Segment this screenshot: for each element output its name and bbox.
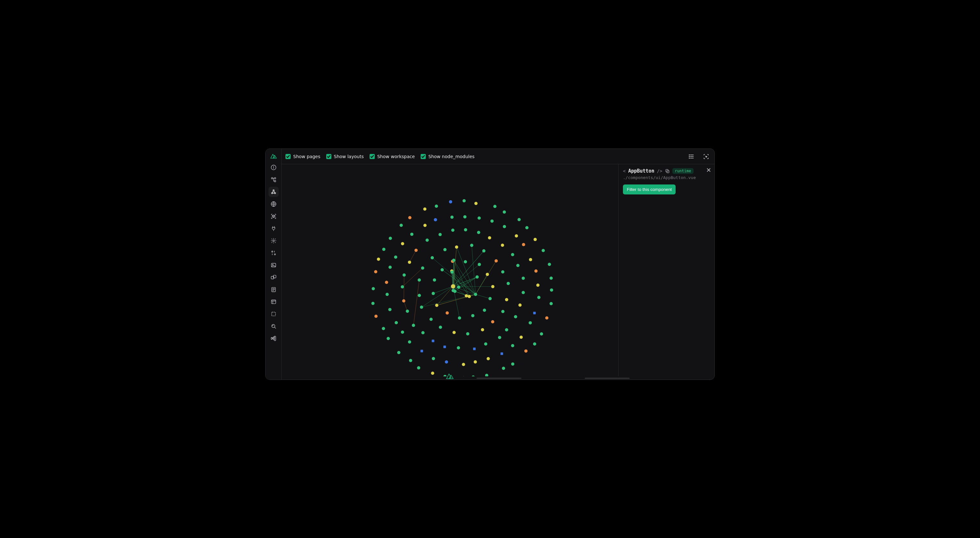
graph-node[interactable] — [528, 321, 532, 324]
graph-node[interactable] — [477, 231, 480, 234]
graph-node[interactable] — [540, 332, 543, 335]
image-icon[interactable] — [269, 260, 279, 270]
graph-node[interactable] — [503, 225, 506, 228]
graph-node[interactable] — [446, 311, 449, 314]
graph-node[interactable] — [478, 263, 481, 266]
graph-node[interactable] — [431, 292, 435, 295]
graph-node[interactable] — [476, 275, 479, 279]
graph-node[interactable] — [433, 278, 436, 281]
graph-node[interactable] — [417, 366, 420, 370]
graph-node-selected[interactable] — [451, 284, 455, 289]
symlink-icon[interactable] — [269, 272, 279, 283]
graph-node[interactable] — [431, 372, 434, 375]
graph-node[interactable] — [493, 205, 496, 208]
graph-node[interactable] — [450, 216, 454, 219]
graph-node[interactable] — [481, 328, 484, 331]
graph-node[interactable] — [533, 342, 536, 345]
graph-node[interactable] — [505, 328, 508, 331]
graph-node[interactable] — [409, 359, 412, 362]
vscode-icon[interactable] — [269, 333, 279, 343]
graph-node[interactable] — [385, 281, 388, 284]
graph-node[interactable] — [457, 286, 460, 289]
graph-icon[interactable] — [269, 187, 279, 197]
performance-icon[interactable] — [269, 199, 279, 209]
graph-node[interactable] — [468, 295, 471, 298]
graph-node[interactable] — [511, 253, 514, 256]
graph-node[interactable] — [444, 248, 447, 251]
graph-node[interactable] — [502, 367, 505, 370]
show-node-modules-checkbox[interactable]: Show node_modules — [421, 154, 474, 159]
graph-node[interactable] — [464, 228, 467, 231]
show-layouts-checkbox[interactable]: Show layouts — [326, 154, 364, 159]
list-icon[interactable] — [687, 152, 696, 161]
graph-node[interactable] — [388, 308, 391, 311]
graph-node[interactable] — [401, 285, 404, 288]
graph-node[interactable] — [371, 302, 374, 305]
graph-node[interactable] — [470, 244, 473, 247]
info-icon[interactable] — [269, 162, 279, 172]
graph-node[interactable] — [511, 362, 514, 366]
graph-node[interactable] — [522, 291, 525, 294]
graph-node[interactable] — [431, 256, 434, 259]
zoom-icon[interactable] — [269, 321, 279, 331]
graph-node[interactable] — [382, 248, 385, 251]
graph-node[interactable] — [408, 340, 411, 343]
graph-node[interactable] — [549, 302, 553, 305]
graph-node[interactable] — [372, 287, 375, 290]
cube-scan-icon[interactable] — [269, 211, 279, 222]
graph-node[interactable] — [435, 204, 438, 208]
graph-node[interactable] — [516, 264, 520, 267]
graph-node[interactable] — [545, 316, 549, 319]
graph-node[interactable] — [514, 315, 517, 318]
graph-node[interactable] — [410, 233, 414, 236]
graph-node[interactable] — [374, 314, 378, 318]
graph-node[interactable] — [435, 304, 438, 307]
graph-node[interactable] — [511, 344, 514, 347]
graph-node[interactable] — [395, 321, 398, 324]
graph-node[interactable] — [406, 310, 409, 313]
graph-node[interactable] — [484, 342, 487, 345]
graph-node[interactable] — [388, 265, 392, 269]
filter-to-component-button[interactable]: Filter to this component — [623, 185, 676, 195]
graph-node[interactable] — [462, 199, 466, 203]
graph-node[interactable] — [382, 327, 385, 330]
graph-node[interactable] — [465, 294, 468, 297]
graph-node[interactable] — [455, 246, 458, 249]
graph-node[interactable] — [423, 224, 427, 227]
graph-node[interactable] — [518, 303, 522, 307]
graph-node[interactable] — [486, 273, 489, 276]
graph-node[interactable] — [421, 267, 424, 270]
graph-node[interactable] — [432, 357, 435, 360]
gear-icon[interactable] — [269, 236, 279, 246]
graph-node[interactable] — [421, 350, 423, 352]
copy-icon[interactable] — [665, 169, 670, 174]
graph-node[interactable] — [389, 237, 392, 240]
graph-node[interactable] — [401, 242, 404, 245]
graph-node[interactable] — [412, 324, 415, 327]
graph-node[interactable] — [394, 255, 397, 259]
select-scan-icon[interactable] — [702, 152, 711, 161]
tree-icon[interactable] — [269, 174, 279, 185]
graph-node[interactable] — [501, 310, 504, 313]
graph-node[interactable] — [501, 270, 504, 273]
graph-node[interactable] — [439, 233, 442, 236]
graph-node[interactable] — [474, 360, 477, 364]
graph-node[interactable] — [491, 285, 495, 288]
graph-node[interactable] — [542, 249, 545, 252]
graph-node[interactable] — [457, 346, 460, 350]
graph-node[interactable] — [397, 351, 401, 354]
graph-node[interactable] — [377, 257, 380, 261]
graph-node[interactable] — [491, 320, 494, 323]
graph-node[interactable] — [452, 289, 455, 292]
graph-node[interactable] — [487, 357, 490, 360]
graph-node[interactable] — [488, 297, 492, 300]
graph-node[interactable] — [501, 244, 504, 247]
close-icon[interactable] — [706, 168, 711, 174]
graph-node[interactable] — [401, 331, 404, 334]
graph-node[interactable] — [529, 258, 532, 261]
graph-node[interactable] — [452, 331, 456, 334]
graph-node[interactable] — [474, 293, 477, 296]
graph-node[interactable] — [429, 318, 433, 321]
graph-node[interactable] — [408, 216, 411, 219]
graph-node[interactable] — [524, 350, 528, 353]
